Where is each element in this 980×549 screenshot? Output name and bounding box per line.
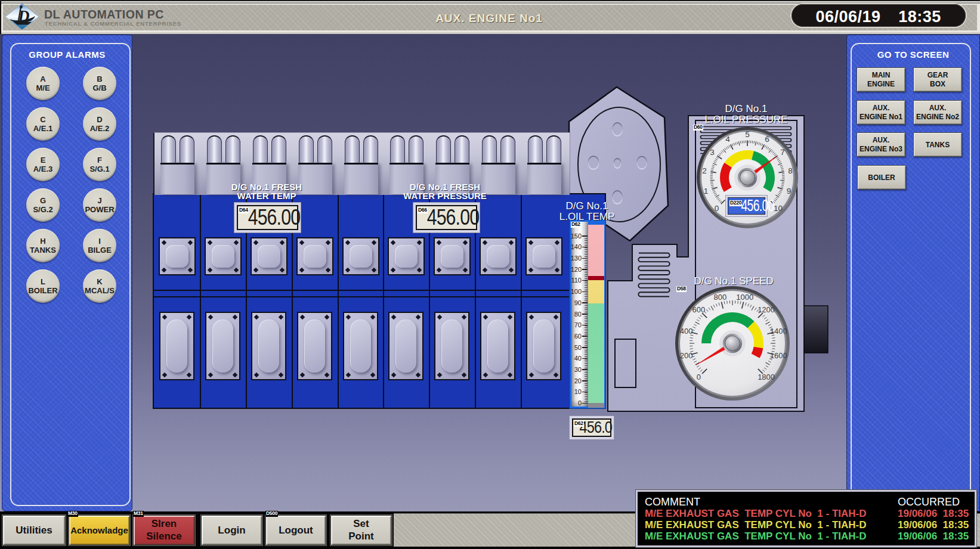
svg-text:1400: 1400 <box>770 327 787 336</box>
svg-text:600: 600 <box>693 305 706 314</box>
svg-text:1600: 1600 <box>770 351 787 360</box>
svg-text:800: 800 <box>713 293 727 302</box>
svg-text:0: 0 <box>715 204 719 213</box>
svg-text:6: 6 <box>765 135 769 144</box>
svg-text:5: 5 <box>745 130 750 139</box>
svg-text:10: 10 <box>774 204 783 213</box>
svg-text:1800: 1800 <box>758 373 775 381</box>
svg-text:8: 8 <box>788 166 793 175</box>
svg-text:2: 2 <box>702 166 707 175</box>
svg-text:9: 9 <box>787 187 792 196</box>
svg-text:200: 200 <box>680 351 693 360</box>
svg-text:3: 3 <box>710 148 715 157</box>
svg-text:1: 1 <box>704 187 709 196</box>
svg-text:1000: 1000 <box>736 293 753 302</box>
svg-text:400: 400 <box>680 327 693 336</box>
svg-text:4: 4 <box>725 135 730 144</box>
svg-text:7: 7 <box>780 148 785 157</box>
svg-text:0: 0 <box>697 373 701 381</box>
svg-text:1200: 1200 <box>758 305 775 314</box>
